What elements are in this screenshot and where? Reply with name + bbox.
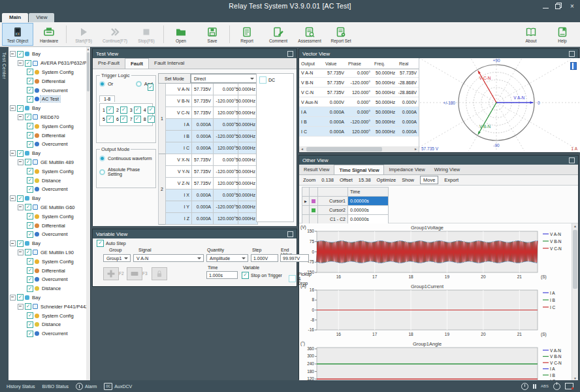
trigger-checkbox-6[interactable]: 6✓ — [116, 116, 127, 123]
keypad-button[interactable] — [127, 267, 142, 280]
trigger-checkbox-8[interactable]: 8✓ — [144, 116, 155, 123]
tree-checkbox[interactable]: ✓ — [27, 186, 33, 193]
tree-toggle-icon[interactable] — [10, 240, 16, 246]
vector-cell-v-c-n-output[interactable]: V C-N — [299, 88, 323, 97]
trigger-range-tab[interactable]: 1-8 — [99, 95, 115, 102]
toolbar-button-start-f5[interactable]: Start(F5) — [68, 23, 99, 46]
toolbar-button-about[interactable]: About — [515, 23, 547, 46]
cell-i-a-phase[interactable]: 0.000° — [214, 119, 238, 131]
cell-v-x-n-name[interactable]: V X-N — [166, 154, 192, 166]
tree-checkbox[interactable]: ✓ — [25, 114, 31, 120]
vector-cell-v-c-n-real[interactable]: -28.868V — [397, 88, 419, 97]
screen-icon[interactable] — [565, 383, 573, 389]
tree-item-bay[interactable]: ✓Bay — [8, 293, 90, 302]
tree-checkbox[interactable]: ✓ — [27, 132, 33, 139]
toolbar-button-test-object[interactable]: Test Object — [2, 23, 33, 46]
tree-checkbox[interactable]: ✓ — [27, 276, 33, 283]
vector-cell-v-a-n-output[interactable]: V A-N — [299, 68, 323, 78]
tree-checkbox[interactable]: ✓ — [17, 150, 24, 157]
toolbar-button-comment[interactable]: Comment — [263, 23, 294, 46]
vector-cell-v-a-n-value[interactable]: 57.735V — [323, 68, 346, 78]
tree-item-bay[interactable]: ✓Bay — [8, 239, 90, 248]
vector-cell-v-c-n-freq[interactable]: 50.000Hz — [372, 88, 397, 97]
tool-move[interactable]: Move — [420, 176, 438, 184]
tree-checkbox[interactable]: ✓ — [27, 267, 33, 274]
tree-checkbox[interactable]: ✓ — [27, 78, 33, 84]
tree-item-distance[interactable]: ✓Distance — [8, 284, 90, 293]
tab-time-signal-view[interactable]: Time Signal View — [334, 165, 384, 174]
cell-v-x-n-phase[interactable]: 0.000° — [214, 154, 238, 166]
close-button[interactable]: × — [568, 2, 576, 10]
signal-select[interactable]: V A-N — [133, 254, 204, 262]
end-value-input[interactable]: 99.997V — [280, 254, 309, 262]
tool-optimize[interactable]: Optimize — [377, 177, 396, 183]
cell-v-y-n-value[interactable]: 57.735V — [192, 166, 214, 178]
tree-checkbox[interactable]: ✓ — [27, 321, 33, 328]
cell-v-c-n-freq[interactable]: 50.000Hz — [238, 107, 258, 119]
cell-v-x-n-freq[interactable]: 50.000Hz — [238, 154, 258, 166]
tool-export[interactable]: Export — [444, 177, 459, 183]
toolbar-button-report-set[interactable]: Report Set — [325, 23, 357, 46]
vector-cell-v-aux-n-output[interactable]: V Aux-N — [299, 97, 323, 107]
tree-checkbox[interactable]: ✓ — [17, 195, 24, 202]
tree-item-bay[interactable]: ✓Bay — [8, 104, 90, 113]
vector-cell-i-c-real[interactable]: 0.000A — [397, 127, 419, 137]
tree-checkbox[interactable]: ✓ — [27, 286, 33, 292]
cell-i-c-name[interactable]: I C — [166, 142, 192, 154]
stop-on-trigger-checkbox[interactable]: ✓Stop on Trigger — [242, 272, 282, 279]
vector-cell-v-b-n-output[interactable]: V B-N — [299, 78, 323, 88]
tree-item-system-config[interactable]: ✓System Config — [8, 257, 90, 266]
cell-i-z-freq[interactable]: 50.000Hz — [238, 213, 258, 225]
vector-cell-i-a-phase[interactable]: 0.000° — [346, 107, 372, 117]
tree-item-overcurrent[interactable]: ✓Overcurrent — [8, 275, 90, 284]
tree-checkbox[interactable]: ✓ — [25, 204, 31, 210]
tree-item-ge-multilin-489[interactable]: ✓GE Multilin 489 — [8, 158, 90, 167]
vector-cell-i-c-freq[interactable]: 50.000Hz — [372, 127, 397, 137]
tree-item-distance[interactable]: ✓Distance — [8, 176, 90, 185]
trigger-checkbox-2[interactable]: 2✓ — [116, 106, 127, 114]
tree-checkbox[interactable]: ✓ — [25, 249, 31, 255]
cell-v-x-n-value[interactable]: 57.735V — [192, 154, 214, 166]
tree-checkbox[interactable]: ✓ — [27, 87, 33, 93]
vector-cell-i-b-phase[interactable]: -120.000° — [346, 117, 372, 127]
cell-i-z-value[interactable]: 0.000A — [192, 213, 214, 225]
vector-cell-v-b-n-phase[interactable]: -120.000° — [346, 78, 372, 88]
vector-cell-i-c-phase[interactable]: 120.000° — [346, 127, 372, 137]
vector-cell-v-a-n-freq[interactable]: 50.000Hz — [372, 68, 397, 78]
tree-item-distance[interactable]: ✓Distance — [8, 320, 90, 329]
set-mode-combo[interactable]: Direct — [191, 74, 257, 83]
lock-button[interactable] — [152, 267, 167, 280]
tree-toggle-icon[interactable] — [10, 295, 16, 301]
cell-v-a-n-name[interactable]: V A-N — [166, 84, 192, 95]
tree-checkbox[interactable]: ✓ — [27, 213, 33, 220]
cell-v-z-n-name[interactable]: V Z-N — [166, 178, 192, 189]
vector-cell-v-aux-n-freq[interactable]: 50.000Hz — [372, 97, 397, 107]
vector-cell-v-c-n-phase[interactable]: 120.000° — [346, 88, 372, 97]
cell-i-a-value[interactable]: 0.000A — [192, 119, 214, 131]
trigger-checkbox-7[interactable]: 7✓ — [130, 116, 141, 123]
tool-0-138[interactable]: 0.138 — [321, 177, 334, 183]
cell-v-b-n-phase[interactable]: -120.000° — [214, 95, 238, 107]
charts-vscrollbar[interactable]: ▲ ▼ — [572, 223, 578, 382]
tree-checkbox[interactable]: ✓ — [17, 105, 24, 112]
cell-v-b-n-freq[interactable]: 50.000Hz — [238, 95, 258, 107]
vector-cell-i-a-output[interactable]: I A — [299, 107, 323, 117]
tree-checkbox[interactable]: ✓ — [27, 222, 33, 229]
vector-cell-i-b-value[interactable]: 0.000A — [323, 117, 346, 127]
tree-item-system-config[interactable]: ✓System Config — [8, 311, 90, 320]
toolbar-button-save[interactable]: Save — [197, 23, 228, 46]
pause-icon[interactable] — [533, 384, 536, 389]
cell-i-x-name[interactable]: I X — [166, 189, 192, 201]
menu-tab-view[interactable]: View — [29, 13, 54, 22]
toolbar-button-report[interactable]: Report — [231, 23, 263, 46]
cursor-value[interactable]: 0.00000s — [348, 197, 389, 206]
tree-toggle-icon[interactable] — [10, 195, 16, 201]
vector-cell-v-a-n-real[interactable]: 57.735V — [397, 68, 419, 78]
tree-item-bay[interactable]: ✓Bay — [8, 149, 90, 158]
menu-tab-main[interactable]: Main — [2, 13, 28, 22]
vector-cell-v-c-n-value[interactable]: 57.735V — [323, 88, 346, 97]
tree-item-ge-multilin-g60[interactable]: ✓GE Multilin G60 — [8, 203, 90, 212]
toolbar-button-help[interactable]: Help — [547, 23, 578, 46]
vector-table-hscrollbar[interactable]: ◄► — [299, 146, 419, 152]
tree-scrollbar[interactable]: ▲ — [86, 47, 90, 380]
